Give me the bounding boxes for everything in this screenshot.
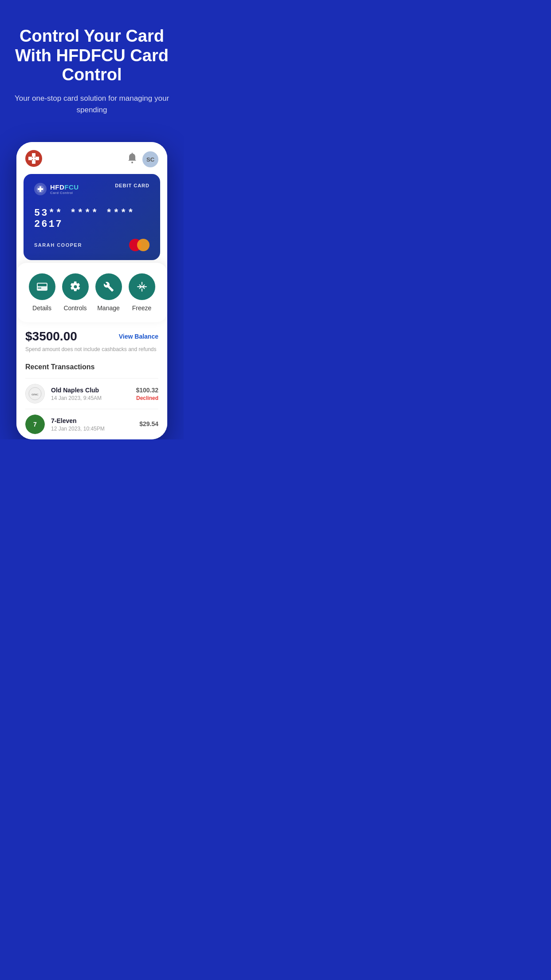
card-footer: SARAH COOPER xyxy=(34,239,150,251)
balance-amount: $3500.00 xyxy=(25,329,77,344)
svg-rect-9 xyxy=(38,188,43,190)
page-container: Control Your Card With HFDFCU Card Contr… xyxy=(0,0,184,439)
balance-section: $3500.00 View Balance Spend amount does … xyxy=(16,322,167,363)
hero-title: Control Your Card With HFDFCU Card Contr… xyxy=(13,27,170,85)
card-number: 53** **** **** 2617 xyxy=(34,208,150,230)
details-button[interactable]: Details xyxy=(29,273,55,312)
svg-rect-5 xyxy=(31,158,36,159)
svg-point-6 xyxy=(131,162,133,163)
hero-subtitle: Your one-stop card solution for managing… xyxy=(13,93,170,115)
naples-club-logo: ONC xyxy=(25,384,45,403)
user-avatar[interactable]: SC xyxy=(142,151,158,167)
view-balance-link[interactable]: View Balance xyxy=(119,333,158,340)
controls-label: Controls xyxy=(63,304,87,312)
svg-point-13 xyxy=(141,285,143,288)
app-header: SC xyxy=(16,142,167,174)
seven-eleven-amount-col: $29.54 xyxy=(139,420,158,429)
freeze-icon-circle xyxy=(129,273,155,300)
card-brand-sub: Card Control xyxy=(50,191,79,195)
naples-club-amount-col: $100.32 Declined xyxy=(136,387,158,401)
svg-text:ONC: ONC xyxy=(31,393,39,396)
naples-club-amount: $100.32 xyxy=(136,387,158,394)
mc-orange-circle xyxy=(137,239,150,251)
notification-bell-icon[interactable] xyxy=(127,153,137,166)
controls-icon-circle xyxy=(62,273,89,300)
balance-note: Spend amount does not include cashbacks … xyxy=(25,346,158,352)
card-container: HFDFCU Card Control DEBIT CARD 53** ****… xyxy=(16,174,167,267)
transaction-item[interactable]: 7 7-Eleven 12 Jan 2023, 10:45PM $29.54 xyxy=(25,409,158,439)
naples-club-date: 14 Jan 2023, 9:45AM xyxy=(51,395,136,401)
seven-eleven-amount: $29.54 xyxy=(139,420,158,427)
mastercard-logo xyxy=(129,239,150,251)
transactions-title: Recent Transactions xyxy=(25,363,158,371)
freeze-button[interactable]: Freeze xyxy=(129,273,155,312)
header-right: SC xyxy=(127,151,158,167)
seven-eleven-logo: 7 xyxy=(25,415,45,434)
phone-mockup: SC xyxy=(16,142,167,439)
details-label: Details xyxy=(32,304,51,312)
card-type: DEBIT CARD xyxy=(115,183,150,188)
card-logo: HFDFCU Card Control xyxy=(34,183,79,195)
seven-eleven-date: 12 Jan 2023, 10:45PM xyxy=(51,426,139,432)
card-header: HFDFCU Card Control DEBIT CARD xyxy=(34,183,150,195)
naples-club-status: Declined xyxy=(136,395,158,401)
transactions-section: Recent Transactions ONC Old Naples Club … xyxy=(16,363,167,439)
svg-rect-11 xyxy=(38,284,47,286)
details-icon-circle xyxy=(29,273,55,300)
seven-eleven-name: 7-Eleven xyxy=(51,417,139,424)
hero-section: Control Your Card With HFDFCU Card Contr… xyxy=(0,0,184,129)
manage-icon-circle xyxy=(95,273,122,300)
naples-club-info: Old Naples Club 14 Jan 2023, 9:45AM xyxy=(51,387,136,401)
card-brand-text: HFDFCU Card Control xyxy=(50,183,79,195)
card-holder: SARAH COOPER xyxy=(34,242,82,248)
transaction-item[interactable]: ONC Old Naples Club 14 Jan 2023, 9:45AM … xyxy=(25,378,158,409)
credit-card: HFDFCU Card Control DEBIT CARD 53** ****… xyxy=(24,174,160,260)
seven-eleven-info: 7-Eleven 12 Jan 2023, 10:45PM xyxy=(51,417,139,432)
freeze-label: Freeze xyxy=(132,304,152,312)
manage-label: Manage xyxy=(97,304,120,312)
app-logo[interactable] xyxy=(25,150,42,169)
svg-rect-12 xyxy=(38,288,41,288)
card-emblem xyxy=(34,183,47,195)
action-buttons: Details Controls Manage xyxy=(16,263,167,322)
naples-club-name: Old Naples Club xyxy=(51,387,136,394)
manage-button[interactable]: Manage xyxy=(95,273,122,312)
balance-row: $3500.00 View Balance xyxy=(25,329,158,344)
card-brand-main: HFDFCU xyxy=(50,183,79,191)
controls-button[interactable]: Controls xyxy=(62,273,89,312)
